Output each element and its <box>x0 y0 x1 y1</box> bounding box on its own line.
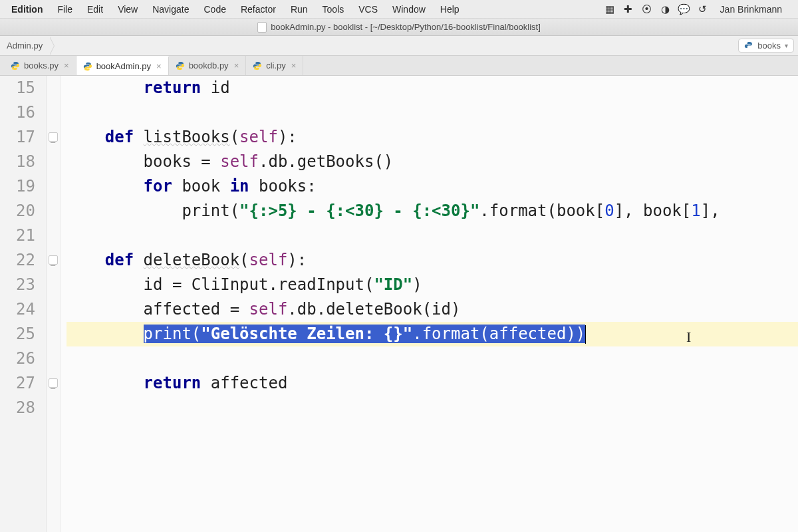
code-line[interactable]: def listBooks(self): <box>66 125 798 150</box>
nav-bar: Admin.py books ▾ <box>0 36 798 56</box>
tab-bookAdmin-py[interactable]: bookAdmin.py× <box>76 56 169 75</box>
line-number: 21 <box>0 223 35 248</box>
line-number: 28 <box>0 396 35 420</box>
tab-label: bookdb.py <box>189 61 229 70</box>
menu-run[interactable]: Run <box>283 4 315 15</box>
leaf-icon[interactable]: ◑ <box>660 4 671 15</box>
python-icon <box>253 61 262 70</box>
tab-books-py[interactable]: books.py× <box>4 56 76 75</box>
fold-toggle-icon[interactable] <box>49 255 58 265</box>
code-line[interactable]: id = CliInput.readInput("ID") <box>66 273 798 297</box>
line-number: 22 <box>0 248 35 273</box>
menu-tools[interactable]: Tools <box>315 4 352 15</box>
code-line[interactable]: for book in books: <box>66 174 798 199</box>
fold-toggle-icon[interactable] <box>49 378 58 388</box>
tab-label: cli.py <box>266 61 286 70</box>
plus-icon[interactable]: ✚ <box>623 4 634 15</box>
code-line[interactable]: def deleteBook(self): <box>66 248 798 273</box>
line-number-gutter: 1516171819202122232425262728 <box>0 76 47 532</box>
code-line[interactable] <box>66 396 798 420</box>
window-titlebar: bookAdmin.py - booklist - [~/Desktop/Pyt… <box>0 19 798 36</box>
code-line[interactable] <box>66 223 798 248</box>
python-icon <box>176 61 185 70</box>
code-line[interactable] <box>66 100 798 125</box>
tab-label: bookAdmin.py <box>96 61 151 71</box>
line-number: 15 <box>0 76 35 100</box>
document-icon <box>257 22 267 33</box>
python-icon <box>744 41 753 51</box>
menu-navigate[interactable]: Navigate <box>145 4 196 15</box>
line-number: 24 <box>0 297 35 322</box>
selection: print("Gelöschte Zeilen: {}".format(affe… <box>144 325 586 343</box>
menu-edit[interactable]: Edit <box>80 4 110 15</box>
line-number: 26 <box>0 346 35 371</box>
menu-vcs[interactable]: VCS <box>351 4 385 15</box>
line-number: 17 <box>0 125 35 150</box>
close-icon[interactable]: × <box>155 61 162 71</box>
code-line[interactable]: return id <box>66 76 798 100</box>
line-number: 16 <box>0 100 35 125</box>
editor[interactable]: 1516171819202122232425262728 return id d… <box>0 76 798 532</box>
breadcrumb[interactable]: Admin.py <box>4 39 50 52</box>
fold-column <box>47 76 61 532</box>
chat-icon[interactable]: 💬 <box>679 4 690 15</box>
menu-code[interactable]: Code <box>196 4 233 15</box>
window-title: bookAdmin.py - booklist - [~/Desktop/Pyt… <box>271 22 541 32</box>
record-icon[interactable]: ⦿ <box>642 4 652 15</box>
code-line[interactable]: print("{:>5} - {:<30} - {:<30}".format(b… <box>66 199 798 223</box>
code-area[interactable]: return id def listBooks(self): books = s… <box>61 76 798 532</box>
python-icon <box>83 62 92 71</box>
menu-bar: Edition File Edit View Navigate Code Ref… <box>0 0 798 19</box>
fold-toggle-icon[interactable] <box>49 132 58 142</box>
chevron-down-icon: ▾ <box>785 42 788 49</box>
text-caret <box>585 325 586 344</box>
code-line[interactable]: return affected <box>66 371 798 396</box>
code-line[interactable]: affected = self.db.deleteBook(id) <box>66 297 798 322</box>
editor-tabs: books.py×bookAdmin.py×bookdb.py×cli.py× <box>0 56 798 76</box>
svg-point-2 <box>747 43 748 43</box>
history-icon[interactable]: ↺ <box>698 4 708 15</box>
code-line[interactable]: books = self.db.getBooks() <box>66 150 798 174</box>
status-icons: ▦ ✚ ⦿ ◑ 💬 ↺ <box>604 4 714 15</box>
line-number: 18 <box>0 150 35 174</box>
close-icon[interactable]: × <box>233 61 239 70</box>
mac-user-name[interactable]: Jan Brinkmann <box>714 4 789 15</box>
menu-window[interactable]: Window <box>385 4 433 15</box>
menu-refactor[interactable]: Refactor <box>233 4 283 15</box>
menu-file[interactable]: File <box>50 4 80 15</box>
line-number: 19 <box>0 174 35 199</box>
menu-view[interactable]: View <box>110 4 145 15</box>
line-number: 27 <box>0 371 35 396</box>
tab-cli-py[interactable]: cli.py× <box>246 56 303 75</box>
breadcrumb-item: Admin.py <box>7 41 43 51</box>
menu-edition[interactable]: Edition <box>4 4 50 15</box>
line-number: 25 <box>0 322 35 346</box>
tab-bookdb-py[interactable]: bookdb.py× <box>169 56 247 75</box>
run-config-label: books <box>757 41 781 51</box>
tab-label: books.py <box>24 61 59 70</box>
close-icon[interactable]: × <box>290 61 297 70</box>
calendar-block-icon[interactable]: ▦ <box>604 4 615 15</box>
close-icon[interactable]: × <box>63 61 69 70</box>
menu-help[interactable]: Help <box>433 4 467 15</box>
line-number: 23 <box>0 273 35 297</box>
run-config-selector[interactable]: books ▾ <box>738 39 794 53</box>
python-icon <box>11 61 20 70</box>
text-cursor-icon: I <box>686 325 691 349</box>
line-number: 20 <box>0 199 35 223</box>
code-line[interactable] <box>66 346 798 371</box>
